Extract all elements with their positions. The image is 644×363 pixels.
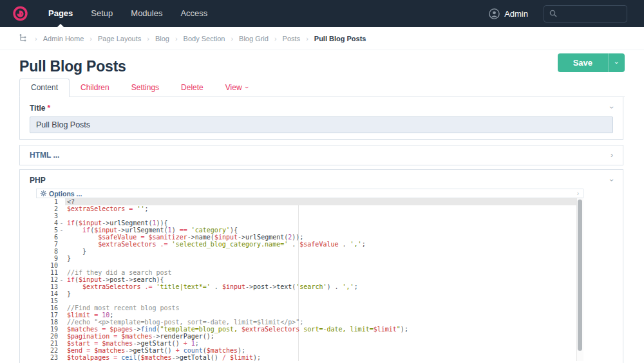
chevron-down-icon: › — [613, 62, 620, 64]
code-line: 18//echo "<p>template=blog-post, sort=-d… — [36, 319, 583, 326]
field-title-header[interactable]: Title* › — [30, 102, 613, 112]
search-icon — [549, 10, 557, 17]
fold-marker[interactable]: - — [58, 219, 65, 227]
field-title: Title* › — [19, 97, 623, 140]
required-marker: * — [47, 104, 50, 113]
breadcrumb-link-page-layouts[interactable]: Page Layouts — [98, 35, 141, 42]
user-menu[interactable]: Admin — [489, 8, 528, 19]
tab-delete[interactable]: Delete — [170, 79, 214, 97]
code-line: 8 } — [36, 248, 583, 255]
breadcrumb-separator: › — [231, 35, 233, 42]
chevron-down-icon: › — [608, 179, 616, 182]
line-number: 2 — [36, 205, 58, 212]
content-form: Title* › HTML ... › PHP › — [19, 97, 623, 363]
line-number: 6 — [36, 234, 58, 241]
search-box — [544, 5, 627, 23]
code-line: 6 $safeValue = $sanitizer->name($input->… — [36, 234, 583, 241]
processwire-logo-icon[interactable] — [12, 5, 29, 23]
code-line: 22$end = $matches->getStart() + count($m… — [36, 347, 583, 354]
breadcrumb-link-posts[interactable]: Posts — [283, 35, 301, 42]
fold-gutter — [58, 248, 65, 255]
fold-gutter — [58, 347, 65, 354]
breadcrumb-link-body-section[interactable]: Body Section — [184, 35, 225, 42]
field-php-label: PHP — [30, 176, 46, 185]
page-tree-icon[interactable] — [19, 34, 26, 42]
editor-scrollbar-thumb[interactable] — [578, 200, 582, 351]
save-button[interactable]: Save — [558, 53, 608, 72]
line-number: 5 — [36, 227, 58, 234]
tab-children[interactable]: Children — [70, 79, 120, 97]
chevron-right-icon: › — [577, 191, 579, 197]
code-line: 4-if($input->urlSegment(1)){ — [36, 219, 583, 227]
search-input[interactable] — [561, 8, 615, 19]
nav-item-access[interactable]: Access — [171, 0, 216, 27]
editor-options-bar[interactable]: Options ... › — [36, 189, 583, 198]
breadcrumb-separator: › — [147, 35, 149, 42]
line-number: 16 — [36, 304, 58, 312]
nav-item-pages[interactable]: Pages — [39, 0, 82, 27]
breadcrumb-link-blog-grid[interactable]: Blog Grid — [239, 35, 269, 42]
breadcrumb-separator: › — [306, 35, 308, 42]
field-html[interactable]: HTML ... › — [19, 145, 623, 165]
tab-content[interactable]: Content — [19, 79, 70, 97]
save-dropdown-button[interactable]: › — [609, 53, 625, 72]
code-line: 16//Find most recent blog posts — [36, 304, 583, 312]
user-name-label: Admin — [504, 9, 528, 19]
fold-gutter — [58, 212, 65, 219]
code-line: 19$matches = $pages->find("template=blog… — [36, 326, 583, 333]
field-php: PHP › Options ... › — [19, 169, 623, 363]
page-title: Pull Blog Posts — [19, 59, 625, 75]
chevron-down-icon: › — [243, 86, 249, 88]
line-number: 15 — [36, 297, 58, 304]
line-number: 18 — [36, 319, 58, 326]
editor-scrollbar — [576, 198, 583, 361]
top-navbar: Pages Setup Modules Access Admin — [0, 0, 644, 27]
nav-item-setup[interactable]: Setup — [82, 0, 122, 27]
field-php-header[interactable]: PHP › — [30, 175, 613, 185]
fold-gutter — [58, 312, 65, 319]
chevron-down-icon: › — [608, 106, 616, 109]
breadcrumb-link-admin-home[interactable]: Admin Home — [43, 35, 84, 42]
line-number: 8 — [36, 248, 58, 255]
title-input[interactable] — [30, 116, 613, 133]
tab-label: Children — [80, 79, 109, 97]
code-line: 23$totalpages = ceil($matches->getTotal(… — [36, 354, 583, 361]
breadcrumb-separator: › — [274, 35, 277, 42]
fold-gutter — [58, 262, 65, 269]
code-line: 9} — [36, 255, 583, 262]
breadcrumb-separator: › — [35, 35, 37, 42]
code-line: 7 $extraSelectors .= 'selected_blog_cate… — [36, 241, 583, 248]
fold-gutter — [58, 241, 65, 248]
fold-gutter — [58, 354, 65, 361]
line-number: 20 — [36, 333, 58, 340]
fold-marker[interactable]: - — [58, 227, 65, 234]
code-line: 3 — [36, 212, 583, 219]
line-number: 3 — [36, 212, 58, 219]
fold-gutter — [58, 269, 65, 276]
code-line: 13 $extraSelectors .= 'title|text*=' . $… — [36, 283, 583, 290]
line-number: 23 — [36, 354, 58, 361]
fold-gutter — [58, 198, 65, 205]
line-number: 9 — [36, 255, 58, 262]
breadcrumb-separator: › — [90, 35, 92, 42]
fold-gutter — [58, 234, 65, 241]
line-number: 19 — [36, 326, 58, 333]
line-number: 10 — [36, 262, 58, 269]
fold-marker[interactable]: - — [58, 276, 65, 283]
line-number: 4 — [36, 219, 58, 227]
code-line: 11//if they did a search post — [36, 269, 583, 276]
nav-item-modules[interactable]: Modules — [122, 0, 171, 27]
tab-settings[interactable]: Settings — [120, 79, 170, 97]
fold-gutter — [58, 297, 65, 304]
tab-view[interactable]: View › — [214, 79, 258, 97]
php-code-editor[interactable]: 1<?2$extraSelectors = '';34-if($input->u… — [36, 198, 583, 361]
line-number: 11 — [36, 269, 58, 276]
page-tabs: Content Children Settings Delete View › — [19, 79, 625, 97]
gear-icon — [41, 191, 46, 196]
line-number: 17 — [36, 312, 58, 319]
code-line: 12-if($input->post->search){ — [36, 276, 583, 283]
breadcrumb-link-blog[interactable]: Blog — [155, 35, 169, 42]
fold-gutter — [58, 290, 65, 297]
code-lines: 1<?2$extraSelectors = '';34-if($input->u… — [36, 198, 583, 361]
line-number: 12 — [36, 276, 58, 283]
